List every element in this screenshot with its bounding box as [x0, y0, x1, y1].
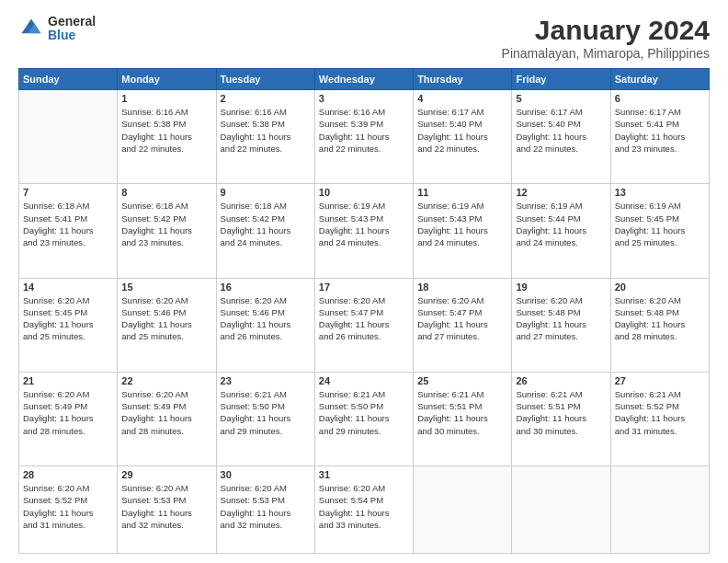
- day-number: 26: [516, 375, 606, 386]
- day-info: Sunrise: 6:19 AM Sunset: 5:43 PM Dayligh…: [417, 200, 507, 248]
- day-number: 28: [23, 469, 113, 480]
- day-info: Sunrise: 6:16 AM Sunset: 5:38 PM Dayligh…: [221, 106, 311, 155]
- logo-icon: [18, 16, 44, 41]
- day-number: 16: [221, 282, 311, 293]
- day-number: 9: [221, 187, 311, 198]
- day-number: 31: [319, 469, 409, 480]
- table-row: 11Sunrise: 6:19 AM Sunset: 5:43 PM Dayli…: [414, 184, 512, 278]
- day-info: Sunrise: 6:20 AM Sunset: 5:49 PM Dayligh…: [23, 388, 113, 437]
- day-info: Sunrise: 6:21 AM Sunset: 5:51 PM Dayligh…: [417, 388, 507, 437]
- table-row: 26Sunrise: 6:21 AM Sunset: 5:51 PM Dayli…: [512, 372, 610, 465]
- day-info: Sunrise: 6:20 AM Sunset: 5:46 PM Dayligh…: [221, 294, 311, 343]
- table-row: 24Sunrise: 6:21 AM Sunset: 5:50 PM Dayli…: [314, 372, 413, 465]
- calendar-week-row: 1Sunrise: 6:16 AM Sunset: 5:38 PM Daylig…: [19, 90, 710, 184]
- table-row: [512, 466, 610, 554]
- table-row: 1Sunrise: 6:16 AM Sunset: 5:38 PM Daylig…: [118, 90, 216, 184]
- header-monday: Monday: [118, 69, 216, 90]
- table-row: 15Sunrise: 6:20 AM Sunset: 5:46 PM Dayli…: [118, 278, 216, 372]
- day-number: 29: [121, 469, 211, 480]
- table-row: [19, 90, 118, 184]
- day-number: 21: [23, 375, 113, 386]
- day-info: Sunrise: 6:21 AM Sunset: 5:51 PM Dayligh…: [516, 388, 606, 437]
- header-friday: Friday: [512, 69, 610, 90]
- day-number: 13: [615, 187, 705, 198]
- day-number: 4: [417, 93, 507, 104]
- calendar-week-row: 21Sunrise: 6:20 AM Sunset: 5:49 PM Dayli…: [19, 372, 710, 465]
- day-number: 2: [221, 93, 311, 104]
- day-info: Sunrise: 6:20 AM Sunset: 5:49 PM Dayligh…: [121, 388, 211, 437]
- header-tuesday: Tuesday: [216, 69, 314, 90]
- table-row: 3Sunrise: 6:16 AM Sunset: 5:39 PM Daylig…: [314, 90, 413, 184]
- table-row: 23Sunrise: 6:21 AM Sunset: 5:50 PM Dayli…: [216, 372, 314, 465]
- day-number: 15: [121, 282, 211, 293]
- calendar-table: Sunday Monday Tuesday Wednesday Thursday…: [18, 68, 710, 554]
- logo-text: General Blue: [48, 15, 96, 43]
- calendar-subtitle: Pinamalayan, Mimaropa, Philippines: [502, 46, 710, 61]
- day-number: 5: [516, 93, 606, 104]
- day-info: Sunrise: 6:21 AM Sunset: 5:52 PM Dayligh…: [615, 388, 705, 437]
- table-row: [610, 466, 709, 554]
- day-info: Sunrise: 6:20 AM Sunset: 5:53 PM Dayligh…: [221, 482, 311, 531]
- calendar-week-row: 7Sunrise: 6:18 AM Sunset: 5:41 PM Daylig…: [19, 184, 710, 278]
- table-row: 29Sunrise: 6:20 AM Sunset: 5:53 PM Dayli…: [118, 466, 216, 554]
- day-info: Sunrise: 6:18 AM Sunset: 5:42 PM Dayligh…: [121, 200, 211, 248]
- table-row: 9Sunrise: 6:18 AM Sunset: 5:42 PM Daylig…: [216, 184, 314, 278]
- day-info: Sunrise: 6:20 AM Sunset: 5:48 PM Dayligh…: [516, 294, 606, 343]
- day-number: 12: [516, 187, 606, 198]
- day-number: 6: [615, 93, 705, 104]
- header-wednesday: Wednesday: [314, 69, 413, 90]
- table-row: 4Sunrise: 6:17 AM Sunset: 5:40 PM Daylig…: [414, 90, 512, 184]
- calendar-week-row: 28Sunrise: 6:20 AM Sunset: 5:52 PM Dayli…: [19, 466, 710, 554]
- table-row: 30Sunrise: 6:20 AM Sunset: 5:53 PM Dayli…: [216, 466, 314, 554]
- header-thursday: Thursday: [414, 69, 512, 90]
- table-row: 28Sunrise: 6:20 AM Sunset: 5:52 PM Dayli…: [19, 466, 118, 554]
- day-number: 14: [23, 282, 113, 293]
- day-info: Sunrise: 6:19 AM Sunset: 5:44 PM Dayligh…: [516, 200, 606, 248]
- table-row: 16Sunrise: 6:20 AM Sunset: 5:46 PM Dayli…: [216, 278, 314, 372]
- table-row: 12Sunrise: 6:19 AM Sunset: 5:44 PM Dayli…: [512, 184, 610, 278]
- day-info: Sunrise: 6:20 AM Sunset: 5:46 PM Dayligh…: [121, 294, 211, 343]
- table-row: 14Sunrise: 6:20 AM Sunset: 5:45 PM Dayli…: [19, 278, 118, 372]
- logo-general: General: [48, 15, 96, 29]
- day-number: 19: [516, 282, 606, 293]
- table-row: 13Sunrise: 6:19 AM Sunset: 5:45 PM Dayli…: [610, 184, 709, 278]
- logo-blue: Blue: [48, 29, 96, 42]
- day-info: Sunrise: 6:18 AM Sunset: 5:42 PM Dayligh…: [221, 200, 311, 248]
- day-number: 8: [121, 187, 211, 198]
- day-number: 20: [615, 282, 705, 293]
- day-number: 18: [417, 282, 507, 293]
- header: General Blue January 2024 Pinamalayan, M…: [18, 15, 710, 61]
- day-info: Sunrise: 6:21 AM Sunset: 5:50 PM Dayligh…: [221, 388, 311, 437]
- calendar-header-row: Sunday Monday Tuesday Wednesday Thursday…: [19, 69, 710, 90]
- table-row: 25Sunrise: 6:21 AM Sunset: 5:51 PM Dayli…: [414, 372, 512, 465]
- day-info: Sunrise: 6:17 AM Sunset: 5:40 PM Dayligh…: [417, 106, 507, 155]
- day-info: Sunrise: 6:20 AM Sunset: 5:53 PM Dayligh…: [121, 482, 211, 531]
- table-row: 31Sunrise: 6:20 AM Sunset: 5:54 PM Dayli…: [314, 466, 413, 554]
- day-number: 23: [221, 375, 311, 386]
- day-info: Sunrise: 6:20 AM Sunset: 5:54 PM Dayligh…: [319, 482, 409, 531]
- table-row: [414, 466, 512, 554]
- day-info: Sunrise: 6:21 AM Sunset: 5:50 PM Dayligh…: [319, 388, 409, 437]
- day-info: Sunrise: 6:19 AM Sunset: 5:43 PM Dayligh…: [319, 200, 409, 248]
- table-row: 6Sunrise: 6:17 AM Sunset: 5:41 PM Daylig…: [610, 90, 709, 184]
- table-row: 5Sunrise: 6:17 AM Sunset: 5:40 PM Daylig…: [512, 90, 610, 184]
- day-info: Sunrise: 6:20 AM Sunset: 5:47 PM Dayligh…: [417, 294, 507, 343]
- day-info: Sunrise: 6:16 AM Sunset: 5:38 PM Dayligh…: [121, 106, 211, 155]
- table-row: 10Sunrise: 6:19 AM Sunset: 5:43 PM Dayli…: [314, 184, 413, 278]
- day-number: 27: [615, 375, 705, 386]
- table-row: 27Sunrise: 6:21 AM Sunset: 5:52 PM Dayli…: [610, 372, 709, 465]
- table-row: 22Sunrise: 6:20 AM Sunset: 5:49 PM Dayli…: [118, 372, 216, 465]
- day-info: Sunrise: 6:20 AM Sunset: 5:48 PM Dayligh…: [615, 294, 705, 343]
- day-number: 10: [319, 187, 409, 198]
- table-row: 20Sunrise: 6:20 AM Sunset: 5:48 PM Dayli…: [610, 278, 709, 372]
- day-info: Sunrise: 6:20 AM Sunset: 5:52 PM Dayligh…: [23, 482, 113, 531]
- day-number: 7: [23, 187, 113, 198]
- day-info: Sunrise: 6:17 AM Sunset: 5:40 PM Dayligh…: [516, 106, 606, 155]
- day-number: 25: [417, 375, 507, 386]
- day-info: Sunrise: 6:17 AM Sunset: 5:41 PM Dayligh…: [615, 106, 705, 155]
- day-info: Sunrise: 6:19 AM Sunset: 5:45 PM Dayligh…: [615, 200, 705, 248]
- table-row: 18Sunrise: 6:20 AM Sunset: 5:47 PM Dayli…: [414, 278, 512, 372]
- header-sunday: Sunday: [19, 69, 118, 90]
- table-row: 17Sunrise: 6:20 AM Sunset: 5:47 PM Dayli…: [314, 278, 413, 372]
- day-number: 3: [319, 93, 409, 104]
